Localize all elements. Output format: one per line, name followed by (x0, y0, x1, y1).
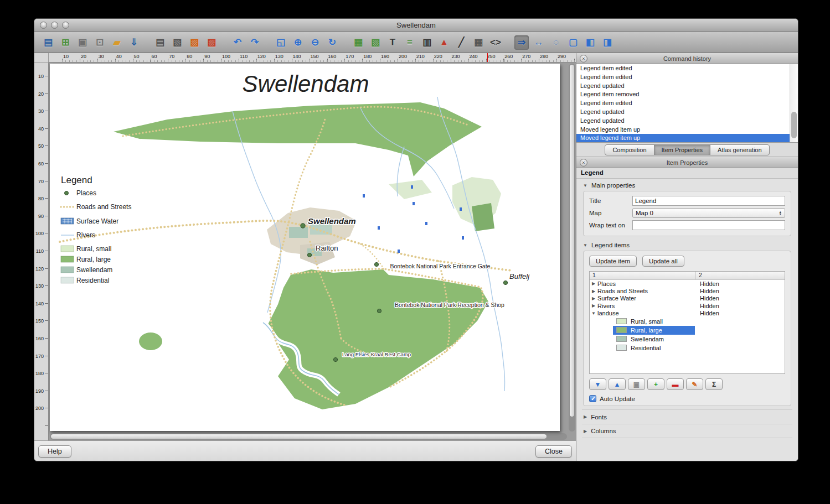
close-panel-icon[interactable]: × (580, 159, 587, 167)
select-move-item-icon[interactable]: ⇒ (514, 35, 529, 50)
remove-item-button[interactable]: ▬ (667, 378, 684, 390)
add-html-icon[interactable]: <> (488, 35, 503, 50)
move-item-down-button[interactable]: ▼ (589, 378, 606, 390)
zoom-full-icon[interactable]: ◱ (274, 35, 288, 50)
history-item[interactable]: Legend updated (576, 117, 798, 126)
columns-section-header[interactable]: ▶ Columns (582, 424, 792, 438)
tree-child-residential[interactable]: Residential (590, 344, 785, 352)
auto-update-checkbox[interactable] (589, 395, 596, 402)
save-project-icon[interactable]: ▤ (41, 35, 55, 50)
export-svg-icon[interactable]: ▨ (187, 35, 202, 50)
history-item-selected[interactable]: Moved legend item up (576, 134, 798, 143)
expand-triangle-icon[interactable]: ▶ (590, 296, 597, 301)
tree-row-landuse[interactable]: ▼ landuse Hidden (590, 310, 785, 317)
duplicate-composition-icon[interactable]: ▣ (75, 35, 90, 50)
help-button[interactable]: Help (38, 445, 71, 458)
tab-item-properties[interactable]: Item Properties (654, 144, 711, 155)
legend-title-input[interactable] (632, 196, 785, 206)
ruler-guide-marker (487, 53, 488, 62)
vertical-ruler[interactable]: 1020304050607080901001101201301401501601… (34, 63, 49, 440)
raise-items-icon[interactable]: ◧ (583, 35, 597, 50)
canvas-horizontal-scrollbar[interactable] (50, 433, 567, 440)
expand-triangle-icon[interactable]: ▶ (590, 303, 597, 308)
history-item[interactable]: Legend updated (576, 108, 798, 117)
history-item[interactable]: Legend item edited (576, 73, 798, 82)
expand-triangle-icon[interactable]: ▶ (590, 281, 597, 286)
add-scalebar-icon[interactable]: ▥ (420, 35, 434, 50)
map-item[interactable]: Swellendam Swellendam Railton Bontebok N… (50, 64, 560, 431)
fonts-section-header[interactable]: ▶ Fonts (582, 409, 792, 424)
edit-item-button[interactable]: ✎ (686, 378, 703, 390)
wrap-text-input[interactable] (632, 220, 785, 230)
map-legend-title: Legend (61, 175, 92, 185)
legend-items-group: Update item Update all 1 2 ▶ Places Hidd… (583, 251, 791, 406)
add-table-icon[interactable]: ▦ (471, 35, 486, 50)
composer-window: Swellendam ▤ ⊞ ▣ ⊡ ▰ ⇓ ▤ ▧ ▨ ▨ ↶ ↷ ◱ (34, 18, 798, 461)
history-item[interactable]: Legend item edited (576, 99, 798, 108)
add-map-icon[interactable]: ▦ (351, 35, 365, 50)
update-all-button[interactable]: Update all (642, 256, 684, 267)
add-item-button[interactable]: + (647, 378, 664, 390)
zoom-to-item-icon[interactable]: ◌ (549, 35, 563, 50)
map-place-label: Bontebok National Park Reception & Shop (395, 302, 504, 308)
composition-canvas[interactable]: Swellendam Swellendam Railton Bontebok N… (49, 63, 576, 440)
add-group-button[interactable]: ▣ (628, 378, 645, 390)
tree-child-swellendam[interactable]: Swellendam (590, 335, 785, 344)
tree-row-places[interactable]: ▶ Places Hidden (590, 280, 785, 287)
refresh-view-icon[interactable]: ↻ (325, 35, 339, 50)
close-panel-icon[interactable]: × (580, 55, 587, 63)
command-history-header: × Command history (576, 53, 798, 64)
tab-atlas-generation[interactable]: Atlas generation (710, 144, 770, 155)
zoom-window-button[interactable] (62, 22, 69, 29)
auto-update-row: Auto Update (589, 395, 785, 402)
count-features-button[interactable]: Σ (705, 378, 723, 390)
history-item[interactable]: Legend item edited (576, 64, 798, 73)
add-legend-icon[interactable]: ≡ (403, 35, 417, 50)
print-icon[interactable]: ▤ (153, 35, 167, 50)
move-item-up-button[interactable]: ▲ (609, 378, 626, 390)
composer-manager-icon[interactable]: ⊡ (92, 35, 107, 50)
svg-text:Places: Places (76, 189, 96, 197)
edit-nodes-icon[interactable]: ▢ (566, 35, 580, 50)
close-window-button[interactable] (40, 22, 47, 29)
command-history-scrollbar[interactable] (790, 64, 798, 142)
composition-page[interactable]: Swellendam Swellendam Railton Bontebok N… (50, 64, 560, 431)
undo-icon[interactable]: ↶ (230, 35, 245, 50)
main-properties-section-header[interactable]: ▼ Main properties (582, 180, 792, 190)
tree-row-surface-water[interactable]: ▶ Surface Water Hidden (590, 295, 785, 302)
legend-items-section-header[interactable]: ▼ Legend items (582, 240, 792, 250)
zoom-in-icon[interactable]: ⊕ (291, 35, 305, 50)
move-item-content-icon[interactable]: ↔ (532, 35, 546, 50)
tab-composition[interactable]: Composition (605, 144, 654, 155)
close-button[interactable]: Close (535, 445, 572, 458)
tree-row-rivers[interactable]: ▶ Rivers Hidden (590, 302, 785, 309)
new-composition-icon[interactable]: ⊞ (58, 35, 73, 50)
tree-row-roads[interactable]: ▶ Roads and Streets Hidden (590, 287, 785, 294)
titlebar[interactable]: Swellendam (34, 19, 798, 32)
open-folder-icon[interactable]: ▰ (110, 35, 124, 50)
minimize-window-button[interactable] (51, 22, 58, 29)
redo-icon[interactable]: ↷ (248, 35, 262, 50)
update-item-button[interactable]: Update item (589, 256, 637, 267)
tree-header[interactable]: 1 2 (590, 272, 785, 280)
add-label-icon[interactable]: T (385, 35, 400, 50)
add-shape-icon[interactable]: ▲ (437, 35, 451, 50)
export-pdf-icon[interactable]: ▨ (204, 35, 219, 50)
history-item[interactable]: Moved legend item up (576, 126, 798, 134)
save-as-template-icon[interactable]: ⇓ (127, 35, 141, 50)
tree-child-rural-small[interactable]: Rural, small (590, 317, 785, 326)
export-image-icon[interactable]: ▧ (170, 35, 184, 50)
canvas-vertical-scrollbar[interactable] (569, 64, 575, 432)
collapse-triangle-icon[interactable]: ▼ (590, 311, 597, 316)
history-item[interactable]: Legend item removed (576, 90, 798, 99)
expand-triangle-icon[interactable]: ▶ (590, 289, 597, 294)
add-image-icon[interactable]: ▧ (368, 35, 383, 50)
tree-child-rural-large[interactable]: Rural, large (590, 326, 785, 335)
item-properties-content: ▼ Main properties Title Map Map 0 ▲▼ (576, 179, 798, 461)
horizontal-ruler[interactable]: 1020304050607080901001101201301401501601… (49, 53, 576, 63)
map-select[interactable]: Map 0 ▲▼ (632, 208, 785, 218)
lower-items-icon[interactable]: ◨ (600, 35, 615, 50)
history-item[interactable]: Legend updated (576, 82, 798, 91)
zoom-out-icon[interactable]: ⊖ (308, 35, 322, 50)
add-arrow-icon[interactable]: ╱ (454, 35, 468, 50)
